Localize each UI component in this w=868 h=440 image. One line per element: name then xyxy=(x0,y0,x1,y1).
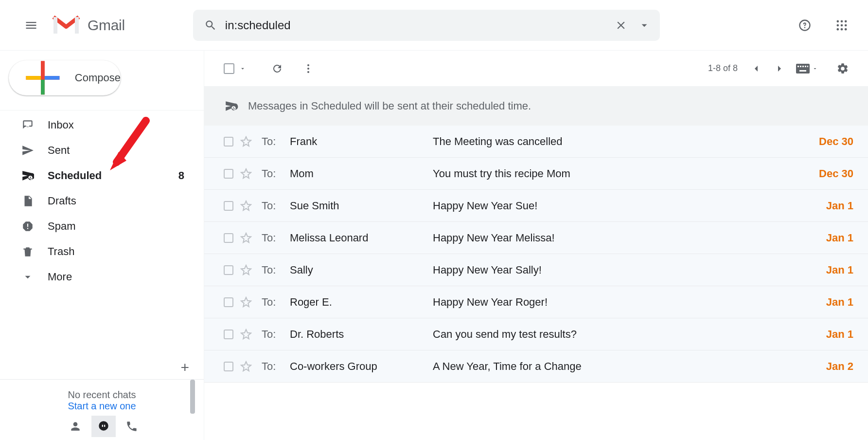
scrollbar-thumb[interactable] xyxy=(190,380,195,414)
hangouts-chat-tab[interactable] xyxy=(91,416,116,437)
row-star[interactable] xyxy=(240,168,252,180)
row-recipient: Mom xyxy=(290,167,426,180)
svg-point-4 xyxy=(845,20,847,22)
row-star[interactable] xyxy=(240,329,252,340)
message-row[interactable]: To:Co-workers GroupA New Year, Time for … xyxy=(204,350,868,383)
row-to-label: To: xyxy=(262,264,283,276)
sidebar-item-spam[interactable]: Spam xyxy=(0,214,204,239)
row-subject: Happy New Year Roger! xyxy=(433,296,813,309)
row-checkbox[interactable] xyxy=(224,330,233,339)
apps-button[interactable] xyxy=(830,14,853,37)
svg-rect-1 xyxy=(75,17,79,34)
row-star[interactable] xyxy=(240,264,252,276)
svg-point-17 xyxy=(307,68,309,70)
row-subject: You must try this recipe Mom xyxy=(433,167,805,180)
help-button[interactable] xyxy=(793,14,816,37)
svg-rect-19 xyxy=(796,64,810,73)
hangouts-phone-tab[interactable] xyxy=(120,416,144,437)
phone-icon xyxy=(125,420,138,433)
svg-rect-14 xyxy=(26,76,41,80)
scheduled-info-banner: Messages in Scheduled will be sent at th… xyxy=(204,87,868,126)
row-checkbox[interactable] xyxy=(224,169,233,179)
svg-point-7 xyxy=(845,24,847,26)
svg-point-5 xyxy=(837,24,839,26)
row-star[interactable] xyxy=(240,200,252,212)
page-prev-button[interactable] xyxy=(745,58,767,79)
more-vert-icon xyxy=(302,63,314,74)
row-subject: Happy New Year Sally! xyxy=(433,264,813,276)
select-all-dropdown[interactable] xyxy=(239,65,246,72)
row-to-label: To: xyxy=(262,135,283,148)
star-outline-icon xyxy=(240,232,252,244)
main-content: 1-8 of 8 Messages in Scheduled will be s… xyxy=(204,51,868,440)
row-subject: The Meeting was cancelled xyxy=(433,135,805,148)
start-new-chat-link[interactable]: Start a new one xyxy=(0,401,204,412)
sidebar-item-label: Sent xyxy=(48,144,70,157)
sidebar-item-trash[interactable]: Trash xyxy=(0,239,204,264)
svg-point-15 xyxy=(99,421,108,431)
row-date: Jan 1 xyxy=(826,328,853,341)
row-to-label: To: xyxy=(262,232,283,244)
message-list: To:FrankThe Meeting was cancelledDec 30T… xyxy=(204,126,868,383)
svg-rect-22 xyxy=(802,66,804,67)
trash-icon xyxy=(21,245,34,258)
row-checkbox[interactable] xyxy=(224,233,233,243)
person-icon xyxy=(69,420,82,433)
sidebar-item-inbox[interactable]: Inbox xyxy=(0,112,204,138)
compose-button[interactable]: Compose xyxy=(9,60,121,95)
hangouts-contacts-tab[interactable] xyxy=(63,416,88,437)
row-star[interactable] xyxy=(240,361,252,372)
message-row[interactable]: To:MomYou must try this recipe MomDec 30 xyxy=(204,158,868,190)
search-options-button[interactable] xyxy=(633,14,656,37)
search-clear-button[interactable] xyxy=(609,14,633,37)
row-recipient: Sue Smith xyxy=(290,200,426,212)
message-row[interactable]: To:Roger E.Happy New Year Roger!Jan 1 xyxy=(204,286,868,318)
sidebar-item-label: Spam xyxy=(48,220,75,233)
row-star[interactable] xyxy=(240,296,252,308)
star-outline-icon xyxy=(240,264,252,276)
refresh-button[interactable] xyxy=(266,58,288,79)
new-hangout-button[interactable]: + xyxy=(180,359,189,376)
gear-icon xyxy=(836,62,849,75)
message-row[interactable]: To:Melissa LeonardHappy New Year Melissa… xyxy=(204,222,868,254)
row-star[interactable] xyxy=(240,136,252,147)
row-checkbox[interactable] xyxy=(224,201,233,211)
keyboard-icon xyxy=(796,63,810,74)
apps-grid-icon xyxy=(835,18,849,32)
row-checkbox[interactable] xyxy=(224,297,233,307)
sent-icon xyxy=(21,144,34,157)
svg-point-3 xyxy=(841,20,843,22)
select-all-checkbox[interactable] xyxy=(224,63,234,74)
row-checkbox[interactable] xyxy=(224,265,233,275)
message-row[interactable]: To:Dr. RobertsCan you send my test resul… xyxy=(204,318,868,350)
star-outline-icon xyxy=(240,296,252,308)
search-bar xyxy=(193,10,660,41)
gmail-logo[interactable]: Gmail xyxy=(52,14,125,37)
star-outline-icon xyxy=(240,200,252,212)
message-row[interactable]: To:FrankThe Meeting was cancelledDec 30 xyxy=(204,126,868,158)
more-actions-button[interactable] xyxy=(298,58,319,79)
sidebar-item-sent[interactable]: Sent xyxy=(0,138,204,163)
settings-button[interactable] xyxy=(832,58,853,79)
search-input[interactable] xyxy=(222,18,609,32)
row-star[interactable] xyxy=(240,232,252,244)
sidebar-item-drafts[interactable]: Drafts xyxy=(0,188,204,214)
svg-rect-25 xyxy=(799,70,806,72)
row-checkbox[interactable] xyxy=(224,137,233,147)
input-tools-button[interactable] xyxy=(793,58,820,79)
svg-rect-11 xyxy=(41,61,45,76)
sidebar-item-more[interactable]: More xyxy=(0,264,204,290)
scheduled-icon xyxy=(21,169,34,182)
message-row[interactable]: To:Sue SmithHappy New Year Sue!Jan 1 xyxy=(204,190,868,222)
search-button[interactable] xyxy=(199,14,222,37)
row-checkbox[interactable] xyxy=(224,362,233,371)
sidebar-nav: Inbox Sent Scheduled 8 Drafts Spam Tr xyxy=(0,110,204,290)
page-next-button[interactable] xyxy=(769,58,790,79)
drafts-icon xyxy=(21,195,34,207)
message-row[interactable]: To:SallyHappy New Year Sally!Jan 1 xyxy=(204,254,868,286)
hangouts-panel: No recent chats Start a new one xyxy=(0,379,204,440)
sidebar-item-label: Inbox xyxy=(48,119,74,131)
main-menu-button[interactable] xyxy=(19,14,43,37)
sidebar-item-scheduled[interactable]: Scheduled 8 xyxy=(0,163,204,188)
row-to-label: To: xyxy=(262,200,283,212)
